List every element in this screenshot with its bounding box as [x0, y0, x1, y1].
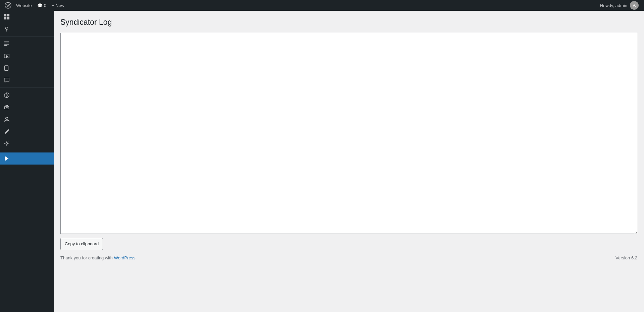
tools-icon: [3, 128, 10, 135]
page-title: Syndicator Log: [60, 17, 637, 27]
sidebar-separator-2: [0, 87, 54, 88]
footer: Thank you for creating with WordPress. V…: [60, 250, 637, 263]
settings-icon: [3, 140, 10, 147]
sidebar-item-media[interactable]: [0, 50, 54, 62]
main-content: Syndicator Log Copy to clipboard Thank y…: [54, 11, 644, 312]
sidebar-item-comments[interactable]: [0, 74, 54, 86]
syndicator-icon: [3, 155, 10, 162]
adminbar-site-name[interactable]: Website: [13, 0, 35, 11]
sidebar-menu: [0, 11, 54, 165]
sidebar-separator-3: [0, 151, 54, 151]
svg-marker-13: [6, 55, 8, 58]
svg-line-22: [7, 130, 8, 131]
sidebar-item-syndicator[interactable]: [0, 152, 54, 165]
plus-icon: +: [52, 3, 54, 8]
admin-sidebar: [0, 11, 54, 312]
svg-rect-3: [7, 14, 9, 16]
svg-rect-2: [4, 14, 6, 16]
sidebar-item-settings[interactable]: [0, 137, 54, 149]
wp-logo[interactable]: W: [3, 0, 13, 11]
appearance-icon: [3, 92, 10, 99]
sidebar-item-pin[interactable]: [0, 23, 54, 35]
adminbar-comments[interactable]: 💬 0: [35, 0, 49, 11]
sidebar-item-users[interactable]: [0, 113, 54, 125]
sidebar-item-tools[interactable]: [0, 125, 54, 137]
adminbar-new[interactable]: + New: [49, 0, 67, 11]
svg-rect-8: [4, 42, 9, 42]
svg-rect-11: [4, 45, 7, 46]
log-textarea[interactable]: [60, 33, 637, 234]
content-wrap: Syndicator Log Copy to clipboard Thank y…: [60, 17, 637, 263]
sidebar-item-pages[interactable]: [0, 62, 54, 74]
plugins-icon: [3, 104, 10, 111]
admin-bar: W Website 💬 0 + New Howdy, admin A: [0, 0, 644, 11]
dashboard-icon: [3, 13, 10, 20]
adminbar-howdy: Howdy, admin: [600, 3, 627, 8]
svg-text:W: W: [6, 3, 10, 7]
svg-rect-10: [4, 44, 9, 45]
footer-credit: Thank you for creating with WordPress.: [60, 255, 137, 260]
pages-icon: [3, 65, 10, 71]
users-icon: [3, 116, 10, 123]
svg-point-23: [6, 142, 7, 144]
copy-to-clipboard-button[interactable]: Copy to clipboard: [60, 238, 103, 250]
posts-icon: [3, 41, 10, 47]
svg-marker-24: [5, 156, 9, 161]
sidebar-item-posts[interactable]: [0, 38, 54, 50]
svg-rect-9: [4, 43, 9, 43]
svg-point-21: [5, 117, 8, 120]
comments-icon: [3, 77, 10, 83]
comment-icon: 💬: [37, 3, 43, 8]
adminbar-right: Howdy, admin A: [600, 1, 641, 10]
svg-rect-5: [7, 17, 9, 19]
svg-point-18: [4, 93, 9, 98]
sidebar-item-appearance[interactable]: [0, 89, 54, 101]
wordpress-link[interactable]: WordPress.: [114, 255, 137, 260]
pin-icon: [3, 25, 10, 32]
footer-version: Version 6.2: [615, 255, 637, 260]
avatar[interactable]: A: [630, 1, 639, 10]
svg-rect-4: [4, 17, 6, 19]
svg-point-6: [5, 27, 8, 29]
wp-wrap: Syndicator Log Copy to clipboard Thank y…: [0, 11, 644, 312]
sidebar-item-plugins[interactable]: [0, 101, 54, 113]
sidebar-item-dashboard[interactable]: [0, 11, 54, 23]
sidebar-separator-1: [0, 36, 54, 37]
media-icon: [3, 53, 10, 59]
